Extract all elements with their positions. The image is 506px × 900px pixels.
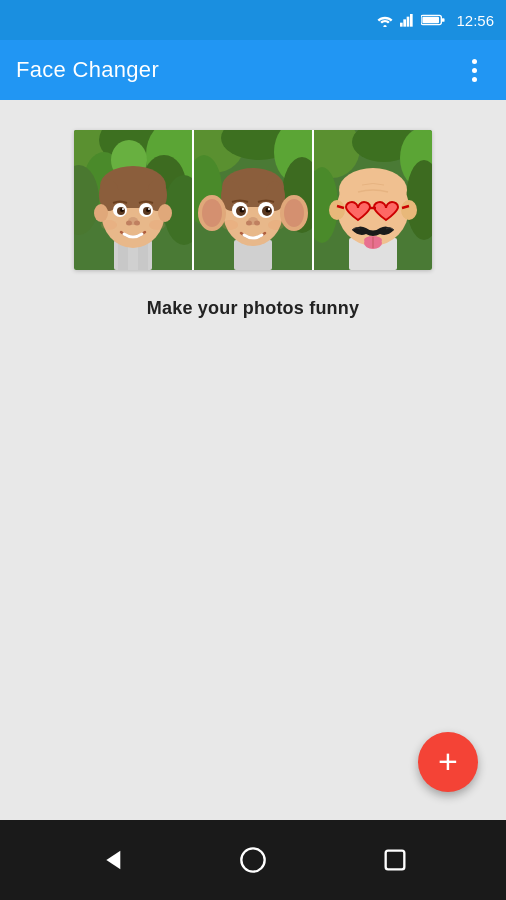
- svg-point-54: [202, 199, 222, 227]
- svg-point-33: [122, 208, 124, 210]
- more-options-button[interactable]: [458, 54, 490, 86]
- face-original-svg: [74, 130, 192, 270]
- svg-point-34: [148, 208, 150, 210]
- nav-recents-button[interactable]: [381, 846, 409, 874]
- svg-point-79: [401, 200, 417, 220]
- nav-home-button[interactable]: [239, 846, 267, 874]
- more-dot-2: [472, 68, 477, 73]
- wifi-icon: [375, 13, 395, 27]
- svg-rect-3: [407, 17, 410, 27]
- status-time: 12:56: [456, 12, 494, 29]
- svg-point-68: [268, 220, 284, 230]
- svg-rect-6: [423, 17, 440, 23]
- main-content: Make your photos funny +: [0, 100, 506, 820]
- svg-point-66: [254, 221, 260, 226]
- photo-frame-big-ears: [194, 130, 312, 270]
- svg-rect-88: [386, 851, 405, 870]
- app-bar: Face Changer: [0, 40, 506, 100]
- battery-icon: [421, 14, 445, 26]
- status-bar: 12:56: [0, 0, 506, 40]
- back-icon: [97, 846, 125, 874]
- home-icon: [239, 846, 267, 874]
- app-title: Face Changer: [16, 57, 159, 83]
- svg-marker-86: [106, 851, 120, 870]
- svg-point-0: [384, 25, 387, 27]
- svg-rect-2: [404, 19, 407, 26]
- svg-point-78: [329, 200, 345, 220]
- svg-point-55: [284, 199, 304, 227]
- svg-point-65: [246, 221, 252, 226]
- svg-point-36: [126, 221, 132, 226]
- svg-rect-4: [410, 14, 413, 27]
- svg-point-63: [268, 208, 270, 210]
- more-dot-1: [472, 59, 477, 64]
- nav-bar: [0, 820, 506, 900]
- svg-point-67: [222, 220, 238, 230]
- photo-frame-original: [74, 130, 192, 270]
- photo-frame-disguise: [314, 130, 432, 270]
- fab-plus-icon: +: [438, 744, 458, 778]
- caption: Make your photos funny: [147, 298, 359, 319]
- svg-point-39: [149, 220, 165, 230]
- svg-rect-1: [400, 23, 403, 27]
- svg-rect-51: [224, 191, 282, 207]
- svg-point-62: [242, 208, 244, 210]
- svg-point-37: [134, 221, 140, 226]
- svg-point-38: [101, 220, 117, 230]
- svg-rect-24: [102, 190, 164, 208]
- signal-icon: [400, 13, 416, 27]
- svg-point-87: [241, 848, 264, 871]
- more-dot-3: [472, 77, 477, 82]
- svg-rect-7: [442, 18, 445, 22]
- fab-add-button[interactable]: +: [418, 732, 478, 792]
- recents-icon: [381, 846, 409, 874]
- nav-back-button[interactable]: [97, 846, 125, 874]
- svg-point-25: [94, 204, 108, 222]
- status-icons: 12:56: [375, 12, 494, 29]
- face-disguise-svg: [314, 130, 432, 270]
- face-big-ears-svg: [194, 130, 312, 270]
- svg-point-26: [158, 204, 172, 222]
- photo-strip: [74, 130, 432, 270]
